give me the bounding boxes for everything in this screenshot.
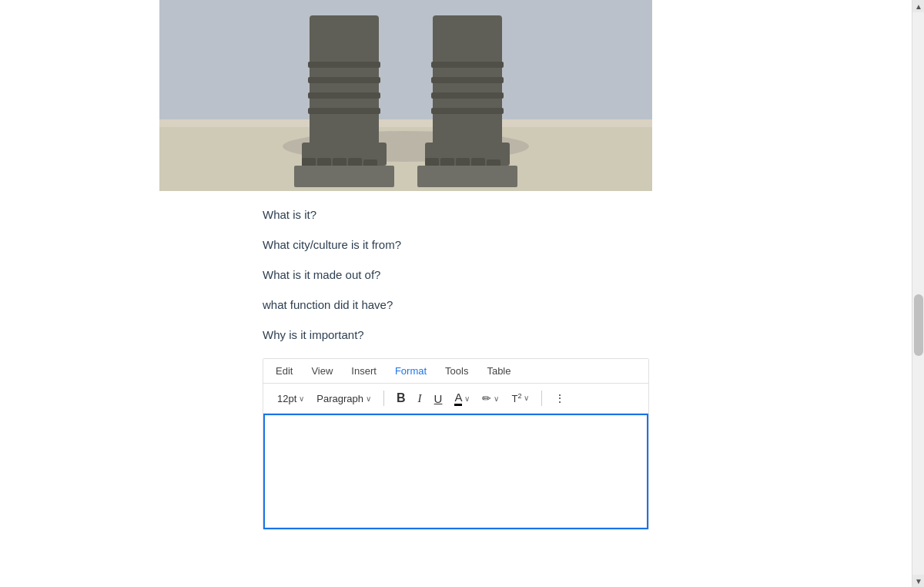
font-size-chevron: ∨ xyxy=(299,394,304,403)
questions-section: What is it? What city/culture is it from… xyxy=(159,191,752,343)
question-5: Why is it important? xyxy=(263,327,752,343)
editor-toolbar: 12pt ∨ Paragraph ∨ B I U xyxy=(263,384,648,414)
editor-body[interactable] xyxy=(263,414,648,529)
question-2: What city/culture is it from? xyxy=(263,236,752,253)
page-wrapper: What is it? What city/culture is it from… xyxy=(0,0,924,587)
bold-button[interactable]: B xyxy=(392,389,410,408)
toolbar-divider-1 xyxy=(383,391,384,406)
editor-menu-bar: Edit View Insert Format Tools Table xyxy=(263,359,648,384)
menu-table[interactable]: Table xyxy=(484,364,514,378)
italic-button[interactable]: I xyxy=(413,390,427,408)
question-3: What is it made out of? xyxy=(263,267,752,283)
highlight-chevron: ∨ xyxy=(494,394,499,403)
text-color-dropdown[interactable]: A ∨ xyxy=(450,388,474,408)
more-options-button[interactable]: ⋮ xyxy=(550,390,570,407)
question-4: what function did it have? xyxy=(263,297,752,313)
statue-image-container xyxy=(159,0,652,191)
font-size-dropdown[interactable]: 12pt ∨ xyxy=(273,391,309,407)
menu-edit[interactable]: Edit xyxy=(273,364,296,378)
scrollbar-arrow-down[interactable]: ▼ xyxy=(912,575,924,587)
highlight-icon: ✏ xyxy=(482,392,491,404)
menu-tools[interactable]: Tools xyxy=(442,364,471,378)
main-content: What is it? What city/culture is it from… xyxy=(0,0,912,587)
menu-view[interactable]: View xyxy=(308,364,336,378)
superscript-chevron: ∨ xyxy=(524,394,529,402)
content-area: What is it? What city/culture is it from… xyxy=(159,0,752,587)
scrollbar-track: ▲ ▼ xyxy=(912,0,924,587)
scrollbar-thumb[interactable] xyxy=(914,294,923,356)
paragraph-style-label: Paragraph xyxy=(316,393,363,404)
superscript-label: T2 xyxy=(511,392,521,404)
font-size-label: 12pt xyxy=(277,393,296,404)
menu-insert[interactable]: Insert xyxy=(348,364,380,378)
text-color-chevron: ∨ xyxy=(464,394,470,403)
paragraph-style-dropdown[interactable]: Paragraph ∨ xyxy=(312,391,376,407)
editor-wrapper: Edit View Insert Format Tools Table 12pt… xyxy=(263,358,649,530)
text-color-label: A xyxy=(454,391,462,406)
question-1: What is it? xyxy=(263,206,752,223)
menu-format[interactable]: Format xyxy=(392,364,430,378)
underline-button[interactable]: U xyxy=(430,390,447,408)
highlight-color-dropdown[interactable]: ✏ ∨ xyxy=(477,390,504,407)
scrollbar-arrow-up[interactable]: ▲ xyxy=(912,0,924,12)
toolbar-divider-2 xyxy=(541,391,542,406)
superscript-dropdown[interactable]: T2 ∨ xyxy=(507,390,534,407)
svg-rect-28 xyxy=(159,0,652,191)
paragraph-style-chevron: ∨ xyxy=(366,394,371,403)
statue-image-svg xyxy=(159,0,652,191)
